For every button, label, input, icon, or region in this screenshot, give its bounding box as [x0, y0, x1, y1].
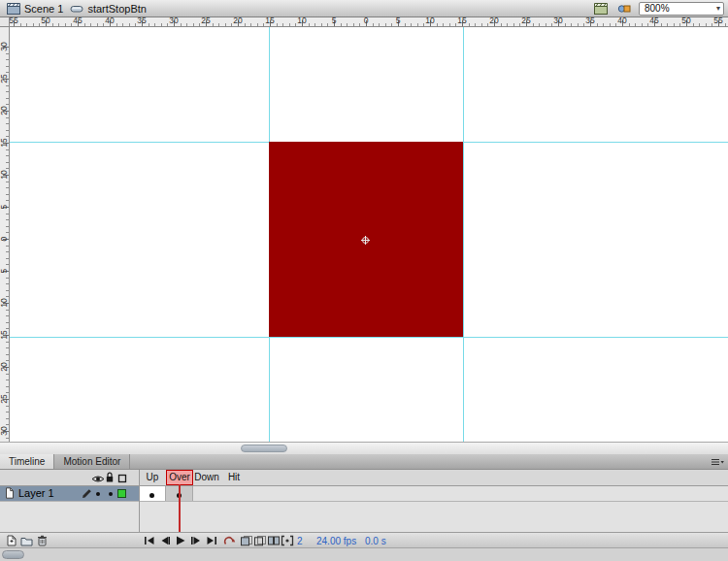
ruler-number: 45 — [649, 17, 658, 24]
ruler-horizontal: 5550454035302520151050510152025303540455… — [10, 17, 728, 27]
ruler-number: 5 — [332, 17, 337, 24]
ruler-number: 25 — [201, 17, 210, 24]
ruler-vertical: 30252015105051015202530 — [0, 27, 10, 442]
delete-layer-button[interactable] — [35, 535, 50, 546]
go-to-first-frame-button[interactable] — [142, 535, 156, 546]
ruler-number: 55 — [713, 17, 722, 24]
registration-point-icon — [361, 235, 370, 244]
button-symbol-icon — [70, 3, 83, 15]
guide-vertical-right[interactable] — [463, 27, 464, 442]
ruler-number: 35 — [137, 17, 146, 24]
timeline-controls: 2 24.00 fps 0.0 s — [0, 532, 728, 547]
layer-page-icon — [5, 487, 15, 501]
frame-header-labels: UpOverDownHit — [139, 470, 728, 485]
edit-multiple-frames-button[interactable] — [266, 535, 281, 546]
lock-icon[interactable] — [105, 472, 115, 485]
current-frame-value[interactable]: 2 — [297, 536, 303, 546]
ruler-number: 20 — [0, 106, 9, 116]
edit-bar-right: 800% ▾ — [592, 1, 724, 16]
ruler-number: 35 — [585, 17, 594, 24]
ruler-number: 0 — [0, 234, 9, 244]
ruler-number: 0 — [364, 17, 369, 24]
ruler-number: 20 — [233, 17, 242, 24]
ruler-number: 10 — [0, 170, 9, 180]
panel-menu-button[interactable] — [711, 457, 724, 469]
timeline-tab-bar: TimelineMotion Editor — [0, 454, 728, 470]
frame-label-up[interactable]: Up — [139, 470, 166, 485]
ruler-number: 15 — [457, 17, 466, 24]
flash-window: Scene 1 startStopBtn 800% ▾ 555045403530… — [0, 0, 728, 561]
stage-h-scrollbar[interactable] — [0, 442, 728, 454]
frame-label-down[interactable]: Down — [193, 470, 220, 485]
ruler-number: 15 — [0, 330, 9, 340]
timeline-header: UpOverDownHit — [0, 470, 728, 486]
layer-lock-dot[interactable] — [109, 492, 113, 496]
pencil-icon — [81, 488, 92, 502]
ruler-number: 5 — [0, 266, 9, 276]
guide-horizontal-bottom[interactable] — [10, 337, 728, 338]
ruler-number: 25 — [0, 74, 9, 83]
ruler-number: 20 — [489, 17, 498, 24]
layer-name[interactable]: Layer 1 — [18, 487, 54, 500]
ruler-number: 40 — [105, 17, 114, 24]
timeline-panel: TimelineMotion Editor UpOverDownHit Laye… — [0, 454, 728, 561]
eye-icon[interactable] — [91, 474, 105, 485]
layer-color-swatch[interactable] — [117, 489, 126, 498]
ruler-number: 15 — [0, 138, 9, 148]
frame-label-hit[interactable]: Hit — [220, 470, 248, 485]
timeline-scrollbar[interactable] — [0, 547, 728, 561]
tab-timeline[interactable]: Timeline — [0, 454, 54, 469]
chevron-down-icon: ▾ — [716, 4, 720, 14]
layer-visibility-dot[interactable] — [96, 492, 100, 496]
edit-scene-button[interactable] — [592, 1, 610, 16]
stage-canvas[interactable] — [10, 27, 728, 442]
edit-bar: Scene 1 startStopBtn 800% ▾ — [0, 0, 728, 17]
ruler-number: 15 — [265, 17, 274, 24]
layer-name-area[interactable]: Layer 1 — [0, 486, 139, 501]
ruler-number: 30 — [0, 42, 9, 51]
playhead[interactable] — [179, 484, 181, 532]
outline-icon[interactable] — [117, 474, 127, 485]
layer-row[interactable]: Layer 1 — [0, 486, 728, 502]
ruler-number: 20 — [0, 362, 9, 372]
ruler-number: 25 — [521, 17, 530, 24]
scene-icon — [7, 3, 20, 15]
new-layer-button[interactable] — [4, 535, 18, 546]
layer-frame-divider — [139, 470, 140, 532]
tab-motion-editor[interactable]: Motion Editor — [54, 454, 130, 469]
elapsed-time-value: 0.0 s — [365, 536, 386, 546]
frame-rate-value[interactable]: 24.00 fps — [316, 536, 356, 546]
ruler-number: 55 — [10, 17, 18, 24]
ruler-number: 30 — [169, 17, 178, 24]
ruler-number: 40 — [617, 17, 626, 24]
ruler-corner — [0, 17, 10, 27]
zoom-value: 800% — [645, 3, 670, 14]
symbol-breadcrumb[interactable]: startStopBtn — [70, 3, 147, 15]
go-to-last-frame-button[interactable] — [204, 535, 218, 546]
frame-label-over[interactable]: Over — [166, 470, 193, 485]
new-folder-button[interactable] — [19, 535, 34, 546]
ruler-number: 10 — [297, 17, 306, 24]
ruler-number: 30 — [0, 426, 9, 436]
step-back-button[interactable] — [157, 535, 172, 546]
keyframe-dot — [149, 493, 154, 498]
timeline-scrollbar-thumb[interactable] — [2, 550, 24, 559]
play-button[interactable] — [173, 535, 187, 546]
frame-cell-up[interactable] — [139, 486, 166, 501]
ruler-number: 45 — [73, 17, 82, 24]
edit-symbol-button[interactable] — [615, 1, 633, 16]
zoom-select[interactable]: 800% ▾ — [639, 2, 724, 16]
scrollbar-thumb[interactable] — [241, 445, 287, 452]
ruler-number: 25 — [0, 394, 9, 404]
ruler-number: 5 — [0, 202, 9, 212]
onion-skin-outlines-button[interactable] — [252, 535, 267, 546]
modify-markers-button[interactable] — [280, 535, 294, 546]
onion-skin-button[interactable] — [239, 535, 253, 546]
loop-playback-button[interactable] — [221, 535, 236, 546]
symbol-label: startStopBtn — [87, 3, 147, 15]
ruler-number: 10 — [0, 298, 9, 308]
scene-breadcrumb[interactable]: Scene 1 — [7, 3, 63, 15]
ruler-number: 50 — [681, 17, 690, 24]
step-forward-button[interactable] — [188, 535, 203, 546]
ruler-number: 30 — [553, 17, 562, 24]
